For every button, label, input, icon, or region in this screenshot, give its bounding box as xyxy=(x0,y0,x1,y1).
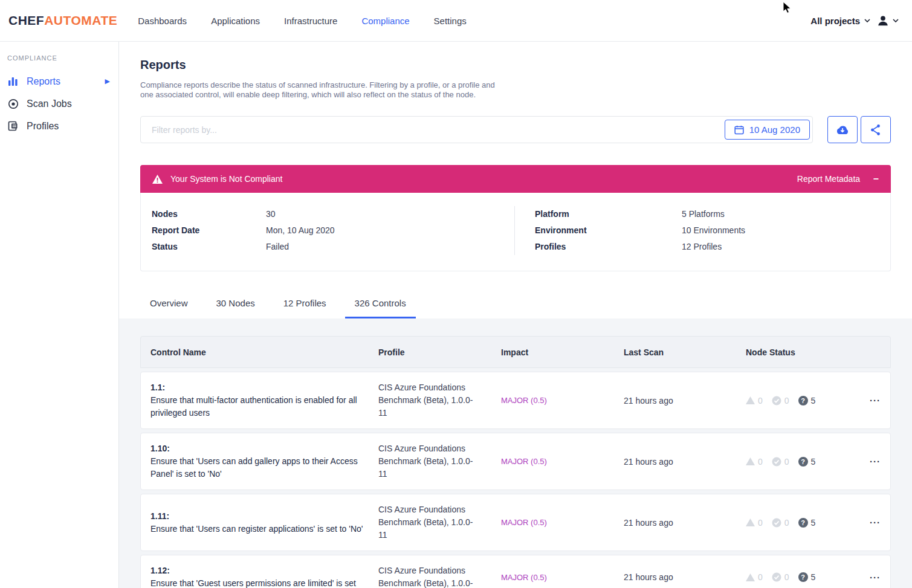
collapse-icon[interactable]: – xyxy=(873,174,879,184)
sidebar-item-reports[interactable]: Reports ▶ xyxy=(0,70,118,92)
passed-count: 0 xyxy=(784,572,789,582)
col-last-scan: Last Scan xyxy=(624,347,746,357)
col-node-status: Node Status xyxy=(746,347,859,357)
tab-controls[interactable]: 326 Controls xyxy=(345,298,416,318)
nav-infrastructure[interactable]: Infrastructure xyxy=(284,16,337,26)
user-menu[interactable] xyxy=(876,14,899,27)
control-row[interactable]: 1.11: Ensure that 'Users can register ap… xyxy=(140,494,891,551)
skipped-count: 5 xyxy=(811,572,816,582)
row-menu-button[interactable]: ··· xyxy=(859,572,881,583)
filter-toolbar: 10 Aug 2020 xyxy=(140,116,891,143)
passed-count: 0 xyxy=(784,457,789,467)
meta-row-report-date: Report Date Mon, 10 Aug 2020 xyxy=(141,222,514,239)
control-id: 1.10: xyxy=(150,442,366,455)
meta-row-platform: Platform 5 Platforms xyxy=(515,206,889,222)
brand-chef: CHEF xyxy=(8,13,44,27)
control-row[interactable]: 1.10: Ensure that 'Users can add gallery… xyxy=(140,433,891,490)
control-impact: MAJOR (0.5) xyxy=(501,457,624,466)
failed-triangle-icon xyxy=(746,396,755,404)
skipped-question-icon: ? xyxy=(798,457,808,467)
nav-compliance[interactable]: Compliance xyxy=(361,16,409,26)
sidebar-item-label: Reports xyxy=(27,76,60,87)
node-status-group: 0 0 ? 5 xyxy=(746,518,859,528)
tab-nodes[interactable]: 30 Nodes xyxy=(207,298,265,318)
node-status-group: 0 0 ? 5 xyxy=(746,457,859,467)
control-id: 1.1: xyxy=(150,381,366,394)
banner-message: Your System is Not Compliant xyxy=(170,174,282,184)
control-description: Ensure that 'Guest users permissions are… xyxy=(150,577,366,588)
skipped-question-icon: ? xyxy=(798,518,808,528)
control-last-scan: 21 hours ago xyxy=(624,396,746,405)
control-row[interactable]: 1.1: Ensure that multi-factor authentica… xyxy=(140,372,891,429)
passed-check-icon xyxy=(772,457,781,467)
nav-dashboards[interactable]: Dashboards xyxy=(138,16,187,26)
failed-triangle-icon xyxy=(746,457,755,465)
user-icon xyxy=(876,14,890,27)
radar-icon xyxy=(7,98,19,109)
sidebar-item-label: Profiles xyxy=(27,121,59,132)
brand-automate: AUTOMATE xyxy=(44,13,117,27)
warning-icon xyxy=(152,175,163,184)
filter-box: 10 Aug 2020 xyxy=(140,116,813,143)
control-impact: MAJOR (0.5) xyxy=(501,396,624,405)
control-impact: MAJOR (0.5) xyxy=(501,573,624,582)
download-report-button[interactable] xyxy=(827,116,858,143)
control-description: Ensure that multi-factor authentication … xyxy=(150,394,366,419)
document-icon xyxy=(7,120,19,132)
skipped-count: 5 xyxy=(811,457,816,467)
control-last-scan: 21 hours ago xyxy=(624,572,746,582)
chevron-down-icon xyxy=(893,18,899,24)
primary-nav: Dashboards Applications Infrastructure C… xyxy=(138,16,467,26)
control-last-scan: 21 hours ago xyxy=(624,518,746,528)
share-icon xyxy=(870,124,881,136)
control-profile: CIS Azure Foundations Benchmark (Beta), … xyxy=(378,503,480,541)
node-status-group: 0 0 ? 5 xyxy=(746,396,859,405)
cloud-download-icon xyxy=(835,124,850,135)
filter-reports-input[interactable] xyxy=(152,125,725,135)
date-label: 10 Aug 2020 xyxy=(749,124,800,135)
failed-count: 0 xyxy=(758,396,763,405)
report-metadata-toggle[interactable]: Report Metadata xyxy=(797,174,860,184)
sidebar-item-scan-jobs[interactable]: Scan Jobs xyxy=(0,92,118,115)
date-picker-button[interactable]: 10 Aug 2020 xyxy=(725,120,810,140)
row-menu-button[interactable]: ··· xyxy=(859,395,881,405)
meta-row-profiles: Profiles 12 Profiles xyxy=(515,239,889,255)
control-profile: CIS Azure Foundations Benchmark (Beta), … xyxy=(378,381,480,419)
row-menu-button[interactable]: ··· xyxy=(859,456,881,467)
meta-row-status: Status Failed xyxy=(141,239,514,255)
nav-settings[interactable]: Settings xyxy=(434,16,467,26)
report-metadata-panel: Nodes 30 Report Date Mon, 10 Aug 2020 St… xyxy=(140,193,891,271)
tab-profiles[interactable]: 12 Profiles xyxy=(274,298,336,318)
skipped-count: 5 xyxy=(811,396,816,405)
top-navbar: CHEFAUTOMATE Dashboards Applications Inf… xyxy=(0,0,912,42)
nav-applications[interactable]: Applications xyxy=(211,16,260,26)
control-id: 1.12: xyxy=(150,564,366,577)
not-compliant-banner: Your System is Not Compliant Report Meta… xyxy=(140,165,891,193)
col-profile: Profile xyxy=(378,347,501,357)
passed-count: 0 xyxy=(784,396,789,405)
skipped-count: 5 xyxy=(811,518,816,528)
meta-row-nodes: Nodes 30 xyxy=(141,206,514,222)
page-title: Reports xyxy=(140,58,891,72)
tab-overview[interactable]: Overview xyxy=(140,298,198,318)
sidebar-item-profiles[interactable]: Profiles xyxy=(0,115,118,137)
chef-automate-logo[interactable]: CHEFAUTOMATE xyxy=(8,13,117,28)
control-row[interactable]: 1.12: Ensure that 'Guest users permissio… xyxy=(140,555,891,588)
calendar-icon xyxy=(734,125,744,135)
passed-check-icon xyxy=(772,572,781,582)
skipped-question-icon: ? xyxy=(798,396,808,405)
control-id: 1.11: xyxy=(150,510,366,523)
controls-table: Control Name Profile Impact Last Scan No… xyxy=(140,336,891,588)
controls-table-header: Control Name Profile Impact Last Scan No… xyxy=(140,336,891,368)
share-report-button[interactable] xyxy=(861,116,891,143)
failed-triangle-icon xyxy=(746,519,755,526)
control-description: Ensure that 'Users can add gallery apps … xyxy=(150,455,366,480)
row-menu-button[interactable]: ··· xyxy=(859,517,881,528)
expand-caret-icon[interactable]: ▶ xyxy=(105,77,110,85)
projects-filter-dropdown[interactable]: All projects xyxy=(810,16,870,26)
control-description: Ensure that 'Users can register applicat… xyxy=(150,523,366,535)
control-profile: CIS Azure Foundations Benchmark (Beta), … xyxy=(378,564,480,588)
projects-label: All projects xyxy=(810,16,860,26)
col-impact: Impact xyxy=(501,347,624,357)
bar-chart-icon xyxy=(7,76,19,87)
